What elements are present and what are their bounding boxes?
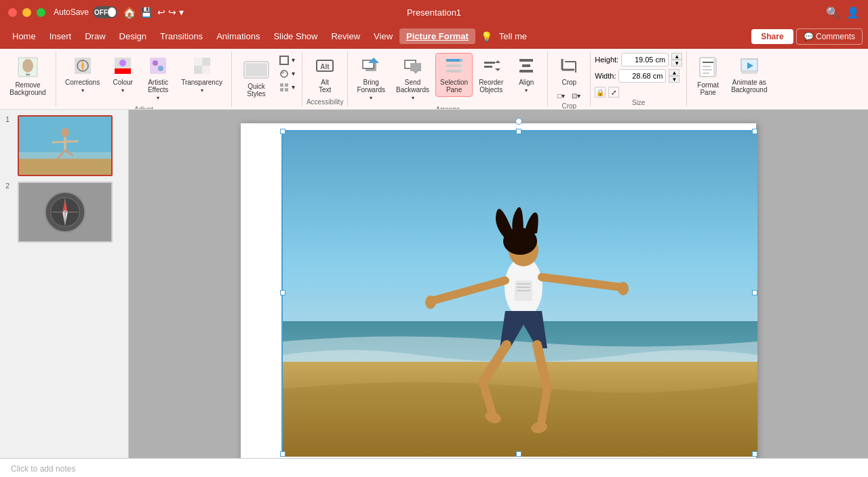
reorder-objects-button[interactable]: ReorderObjects xyxy=(474,53,508,97)
menu-transitions[interactable]: Transitions xyxy=(153,28,210,44)
save-icon[interactable]: 💾 xyxy=(140,7,152,18)
colour-button[interactable]: Colour ▾ xyxy=(106,53,140,97)
menu-insert[interactable]: Insert xyxy=(43,28,79,44)
selection-pane-button[interactable]: SelectionPane xyxy=(435,53,473,97)
svg-point-61 xyxy=(61,128,69,138)
slide-panel: 1 xyxy=(0,110,129,458)
menu-slideshow[interactable]: Slide Show xyxy=(267,28,324,44)
width-up[interactable]: ▲ xyxy=(669,69,679,76)
menu-picture-format[interactable]: Picture Format xyxy=(399,28,475,44)
picture-border-button[interactable]: ▾ xyxy=(277,54,298,66)
menu-animations[interactable]: Animations xyxy=(210,28,267,44)
artistic-dropdown[interactable]: ▾ xyxy=(157,95,159,101)
crop-shape-button[interactable]: □▾ xyxy=(555,91,568,101)
crop-button[interactable]: Crop xyxy=(552,53,586,89)
format-buttons: FormatPane Animate asBackground xyxy=(691,53,772,105)
lightbulb-icon[interactable]: 💡 xyxy=(481,31,492,42)
height-down[interactable]: ▼ xyxy=(671,60,682,66)
minimize-button[interactable] xyxy=(22,8,31,17)
adjust-group-label: Adjust xyxy=(134,104,153,110)
resize-handle-mr[interactable] xyxy=(752,290,757,295)
quick-styles-button[interactable]: QuickStyles xyxy=(236,57,277,101)
expand-size-button[interactable]: ⤢ xyxy=(608,87,619,98)
send-backwards-button[interactable]: SendBackwards ▾ xyxy=(391,53,434,104)
width-input[interactable] xyxy=(618,69,666,83)
more-commands-button[interactable]: ▾ xyxy=(179,7,184,18)
resize-handle-tm[interactable] xyxy=(516,129,521,134)
svg-line-63 xyxy=(52,141,79,142)
animate-background-button[interactable]: Animate asBackground xyxy=(726,53,772,97)
format-pane-button[interactable]: FormatPane xyxy=(691,53,725,100)
transparency-dropdown[interactable]: ▾ xyxy=(201,87,203,94)
ribbon-group-size: Height: ▲ ▼ Width: ▲ ▼ 🔒 xyxy=(591,51,687,106)
resize-handle-ml[interactable] xyxy=(280,290,285,295)
svg-text:✂: ✂ xyxy=(26,72,31,78)
title-bar-right: 🔍 👤 xyxy=(826,6,860,19)
artistic-effects-button[interactable]: ArtisticEffects ▾ xyxy=(141,53,175,104)
effects-label: ▾ xyxy=(292,70,295,77)
redo-button[interactable]: ↪ xyxy=(168,7,176,18)
bring-forwards-button[interactable]: BringForwards ▾ xyxy=(352,53,390,104)
corrections-dropdown[interactable]: ▾ xyxy=(81,87,84,94)
svg-text:Alt: Alt xyxy=(320,63,330,70)
svg-rect-49 xyxy=(703,62,713,63)
animate-bg-label: Animate asBackground xyxy=(731,79,767,94)
svg-rect-23 xyxy=(280,88,283,91)
align-button[interactable]: Align ▾ xyxy=(509,53,543,97)
list-item[interactable]: 1 xyxy=(5,115,123,176)
align-dropdown[interactable]: ▾ xyxy=(525,87,528,94)
height-up[interactable]: ▲ xyxy=(671,53,682,60)
image-selection-container[interactable] xyxy=(281,130,756,455)
bring-fwd-dropdown[interactable]: ▾ xyxy=(370,95,372,101)
svg-point-19 xyxy=(281,70,288,77)
border-label: ▾ xyxy=(292,56,295,64)
menu-draw[interactable]: Draw xyxy=(78,28,112,44)
resize-handle-tl[interactable] xyxy=(280,129,285,134)
menu-view[interactable]: View xyxy=(367,28,399,44)
list-item[interactable]: 2 xyxy=(5,182,123,243)
resize-handle-br[interactable] xyxy=(752,451,757,457)
lock-aspect-button[interactable]: 🔒 xyxy=(595,87,606,98)
width-down[interactable]: ▼ xyxy=(669,76,679,83)
crop-aspect-button[interactable]: ⊡▾ xyxy=(569,91,583,101)
alt-text-button[interactable]: Alt AltText xyxy=(308,53,342,97)
autosave-toggle[interactable]: OFF xyxy=(93,6,117,18)
maximize-button[interactable] xyxy=(37,8,45,17)
animate-bg-icon xyxy=(740,56,759,77)
remove-background-button[interactable]: ✂ RemoveBackground xyxy=(4,53,52,100)
reorder-label: ReorderObjects xyxy=(479,79,503,94)
picture-layout-button[interactable]: ▾ xyxy=(277,81,298,94)
transparency-button[interactable]: Transparency ▾ xyxy=(176,53,227,97)
send-back-icon xyxy=(403,56,422,77)
menu-home[interactable]: Home xyxy=(5,28,43,44)
colour-dropdown[interactable]: ▾ xyxy=(121,87,124,94)
undo-button[interactable]: ↩ xyxy=(157,7,165,18)
svg-point-20 xyxy=(281,71,284,74)
slide-thumb-1[interactable] xyxy=(18,115,113,176)
menu-review[interactable]: Review xyxy=(324,28,367,44)
resize-handle-bm[interactable] xyxy=(516,451,521,457)
resize-handle-tr[interactable] xyxy=(752,129,757,134)
send-back-dropdown[interactable]: ▾ xyxy=(412,95,414,101)
slide-thumb-2[interactable] xyxy=(18,182,113,243)
corrections-button[interactable]: Corrections ▾ xyxy=(60,53,104,97)
home-icon[interactable]: 🏠 xyxy=(123,6,136,19)
account-icon[interactable]: 👤 xyxy=(846,6,860,19)
height-spinner[interactable]: ▲ ▼ xyxy=(671,53,682,66)
svg-rect-53 xyxy=(713,58,716,77)
window-controls[interactable] xyxy=(8,8,45,17)
rotate-handle[interactable] xyxy=(515,118,522,125)
resize-handle-bl[interactable] xyxy=(280,451,285,457)
search-icon[interactable]: 🔍 xyxy=(826,6,840,19)
picture-effects-button[interactable]: ▾ xyxy=(277,68,298,80)
notes-area[interactable]: Click to add notes xyxy=(0,458,868,477)
width-spinner[interactable]: ▲ ▼ xyxy=(669,69,679,83)
menu-tell-me[interactable]: Tell me xyxy=(492,28,534,44)
comments-button[interactable]: 💬 Comments xyxy=(796,28,863,45)
notes-placeholder: Click to add notes xyxy=(11,464,75,474)
height-input[interactable] xyxy=(621,53,669,66)
menu-design[interactable]: Design xyxy=(113,28,153,44)
share-button[interactable]: Share xyxy=(751,29,793,44)
transparency-label: Transparency xyxy=(181,79,222,86)
close-button[interactable] xyxy=(8,8,17,17)
